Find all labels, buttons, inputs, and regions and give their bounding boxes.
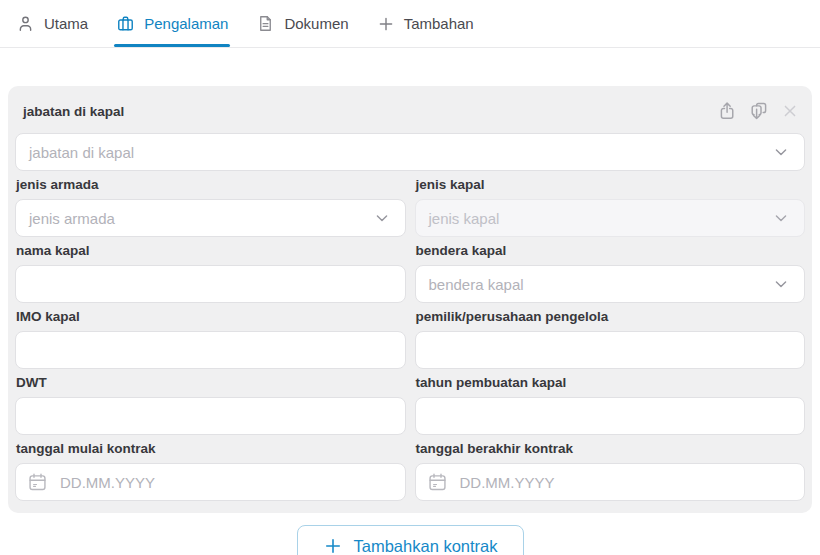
tahun-pembuatan-input[interactable] [415, 397, 806, 435]
tab-dokumen[interactable]: Dokumen [254, 0, 350, 47]
field-jenis-kapal: jenis kapal jenis kapal [415, 171, 806, 237]
field-nama-kapal: nama kapal [15, 237, 406, 303]
share-up-icon[interactable] [715, 98, 741, 124]
field-bendera-kapal: bendera kapal bendera kapal [415, 237, 806, 303]
tab-pengalaman[interactable]: Pengalaman [114, 0, 230, 47]
field-label: tanggal berakhir kontrak [416, 441, 806, 456]
tab-label: Pengalaman [144, 15, 228, 32]
card-title: jabatan di kapal [23, 104, 124, 119]
field-label: tanggal mulai kontrak [16, 441, 406, 456]
chevron-down-icon [771, 142, 791, 162]
jabatan-di-kapal-select[interactable]: jabatan di kapal [15, 133, 805, 171]
nama-kapal-input[interactable] [15, 265, 406, 303]
tab-label: Dokumen [284, 15, 348, 32]
tab-bar: Utama Pengalaman Dokumen Tambaha [0, 0, 820, 48]
card-actions [715, 98, 803, 124]
field-label: jenis armada [16, 177, 406, 192]
field-pemilik: pemilik/perusahaan pengelola [415, 303, 806, 369]
field-label: tahun pembuatan kapal [416, 375, 806, 390]
tab-label: Tambahan [404, 15, 474, 32]
plus-icon [377, 15, 395, 33]
chevron-down-icon [771, 274, 791, 294]
field-tanggal-berakhir: tanggal berakhir kontrak [415, 435, 806, 501]
field-tahun-pembuatan: tahun pembuatan kapal [415, 369, 806, 435]
field-imo-kapal: IMO kapal [15, 303, 406, 369]
tanggal-mulai-input[interactable] [15, 463, 406, 501]
select-placeholder: jenis kapal [429, 210, 500, 227]
briefcase-icon [116, 14, 135, 33]
add-contract-label: Tambahkan kontrak [354, 537, 498, 555]
duplicate-icon[interactable] [746, 98, 772, 124]
select-placeholder: jabatan di kapal [29, 144, 134, 161]
tab-tambahan[interactable]: Tambahan [375, 0, 476, 47]
tab-label: Utama [44, 15, 88, 32]
add-contract-button[interactable]: Tambahkan kontrak [297, 525, 524, 555]
field-label: pemilik/perusahaan pengelola [416, 309, 806, 324]
tanggal-berakhir-input[interactable] [415, 463, 806, 501]
jenis-armada-select[interactable]: jenis armada [15, 199, 406, 237]
field-label: jenis kapal [416, 177, 806, 192]
chevron-down-icon [771, 208, 791, 228]
field-label: IMO kapal [16, 309, 406, 324]
plus-icon [323, 536, 343, 555]
chevron-down-icon [372, 208, 392, 228]
user-icon [16, 14, 35, 33]
pemilik-input[interactable] [415, 331, 806, 369]
card-header: jabatan di kapal [15, 96, 805, 124]
bendera-kapal-select[interactable]: bendera kapal [415, 265, 806, 303]
select-placeholder: bendera kapal [429, 276, 524, 293]
close-icon[interactable] [777, 98, 803, 124]
field-label: nama kapal [16, 243, 406, 258]
document-icon [256, 14, 275, 33]
experience-entry-card: jabatan di kapal [8, 86, 812, 513]
jenis-kapal-select: jenis kapal [415, 199, 806, 237]
select-placeholder: jenis armada [29, 210, 115, 227]
field-dwt: DWT [15, 369, 406, 435]
date-wrap [415, 463, 806, 501]
form-grid: jenis armada jenis armada jenis kapal je… [15, 171, 805, 501]
field-label: DWT [16, 375, 406, 390]
imo-kapal-input[interactable] [15, 331, 406, 369]
field-label: bendera kapal [416, 243, 806, 258]
dwt-input[interactable] [15, 397, 406, 435]
field-tanggal-mulai: tanggal mulai kontrak [15, 435, 406, 501]
tab-utama[interactable]: Utama [14, 0, 90, 47]
date-wrap [15, 463, 406, 501]
field-jenis-armada: jenis armada jenis armada [15, 171, 406, 237]
